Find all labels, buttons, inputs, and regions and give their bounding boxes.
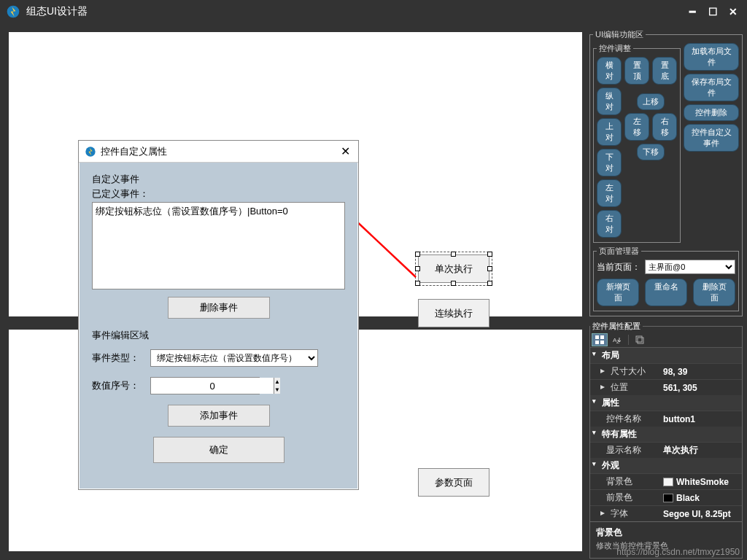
svg-point-2 [85, 147, 95, 156]
close-button[interactable]: ✕ [725, 5, 741, 18]
move-down-button[interactable]: 下移 [637, 144, 665, 160]
delete-event-button[interactable]: 删除事件 [168, 297, 270, 319]
dialog-title: 控件自定义属性 [101, 145, 338, 158]
svg-point-0 [7, 6, 20, 18]
tools-legend: UI编辑功能区 [593, 29, 646, 40]
fg-swatch [663, 494, 673, 502]
num-index-input[interactable] [151, 378, 274, 394]
prop-bg-val[interactable]: WhiteSmoke [660, 474, 742, 489]
design-canvas-column: 单次执行 连续执行 参数页面 控件自定义属性 ✕ 自定义事件 已定义事件 [0, 23, 587, 560]
move-right-button[interactable]: 右移 [652, 113, 677, 141]
prop-fg-key[interactable]: 前景色 [590, 490, 660, 505]
property-grid-list[interactable]: 布局 ▸尺寸大小98, 39 ▸位置561, 305 属性 控件名称button… [590, 348, 742, 521]
adjust-panel: 控件调整 横对 纵对 上对 下对 左对 右对 置顶 [593, 43, 681, 243]
bring-top-button[interactable]: 置顶 [624, 57, 649, 85]
prop-disp-val[interactable]: 单次执行 [660, 443, 742, 458]
prop-desc-title: 背景色 [596, 526, 736, 539]
custom-event-button[interactable]: 控件自定义事件 [684, 124, 739, 152]
svg-rect-4 [600, 335, 604, 339]
edit-area-label: 事件编辑区域 [92, 329, 345, 342]
spin-up[interactable]: ▲ [274, 378, 280, 386]
prop-pos-key[interactable]: ▸位置 [590, 380, 660, 395]
add-event-button[interactable]: 添加事件 [168, 405, 270, 427]
adjust-legend: 控件调整 [597, 43, 633, 54]
prop-cat-appear[interactable]: 外观 [590, 458, 742, 473]
pagemgr-legend: 页面管理器 [597, 246, 641, 257]
save-layout-button[interactable]: 保存布局文件 [684, 74, 739, 101]
event-type-label: 事件类型： [92, 351, 150, 365]
design-button-param-page[interactable]: 参数页面 [418, 468, 489, 497]
move-left-button[interactable]: 左移 [624, 113, 649, 141]
app-title: 组态UI设计器 [26, 5, 684, 18]
align-right-button[interactable]: 右对 [597, 210, 622, 238]
page-manager-panel: 页面管理器 当前页面： 主界面@0 新增页面 重命名 删除页面 [593, 246, 739, 311]
svg-rect-5 [595, 341, 599, 344]
svg-rect-6 [600, 341, 604, 344]
maximize-button[interactable]: ☐ [705, 5, 721, 18]
align-v-button[interactable]: 纵对 [597, 88, 622, 115]
ok-button[interactable]: 确定 [153, 437, 285, 463]
ui-edit-tools-panel: UI编辑功能区 控件调整 横对 纵对 上对 下对 左对 右对 [589, 29, 743, 316]
propgrid-alpha-button[interactable]: AZ [609, 333, 625, 346]
current-page-select[interactable]: 主界面@0 [645, 260, 735, 274]
num-index-spinner[interactable]: ▲▼ [150, 377, 260, 394]
prop-fg-val[interactable]: Black [660, 490, 742, 505]
propcfg-legend: 控件属性配置 [590, 321, 643, 332]
prop-cat-attr[interactable]: 属性 [590, 395, 742, 411]
prop-name-val[interactable]: button1 [660, 411, 742, 427]
prop-name-key[interactable]: 控件名称 [590, 411, 660, 427]
svg-rect-9 [636, 336, 642, 342]
prop-pos-val[interactable]: 561, 305 [660, 380, 742, 395]
prop-size-val[interactable]: 98, 39 [660, 364, 742, 379]
design-button-single[interactable]: 单次执行 [418, 254, 489, 283]
align-left-button[interactable]: 左对 [597, 179, 622, 207]
events-listbox[interactable]: 绑定按钮标志位（需设置数值序号）|Button=0 [92, 202, 345, 289]
num-index-label: 数值序号： [92, 379, 150, 392]
event-type-select[interactable]: 绑定按钮标志位（需设置数值序号） [150, 349, 318, 367]
prop-disp-key[interactable]: 显示名称 [590, 443, 660, 458]
custom-property-dialog: 控件自定义属性 ✕ 自定义事件 已定义事件： 绑定按钮标志位（需设置数值序号）|… [78, 140, 359, 490]
propgrid-categorized-button[interactable] [592, 333, 608, 346]
spin-down[interactable]: ▼ [274, 386, 280, 394]
move-up-button[interactable]: 上移 [637, 93, 665, 110]
delete-control-button[interactable]: 控件删除 [684, 104, 739, 121]
custom-event-label: 自定义事件 [92, 173, 345, 186]
dialog-icon [85, 146, 96, 158]
current-page-label: 当前页面： [597, 261, 640, 273]
property-description: 背景色 修改当前控件背景色 [590, 521, 742, 558]
prop-cat-special[interactable]: 特有属性 [590, 427, 742, 442]
prop-desc-text: 修改当前控件背景色 [596, 540, 736, 551]
add-page-button[interactable]: 新增页面 [597, 279, 639, 306]
minimize-button[interactable]: ━ [684, 5, 700, 18]
align-h-button[interactable]: 横对 [597, 57, 622, 85]
prop-font-key[interactable]: ▸字体 [590, 506, 660, 521]
dialog-close-button[interactable]: ✕ [338, 144, 352, 158]
svg-rect-3 [595, 335, 599, 339]
svg-rect-10 [638, 338, 643, 343]
titlebar: 组态UI设计器 ━ ☐ ✕ [0, 0, 747, 23]
load-layout-button[interactable]: 加载布局文件 [684, 43, 739, 71]
delete-page-button[interactable]: 删除页面 [693, 279, 735, 306]
bg-swatch [663, 478, 673, 486]
design-button-continuous[interactable]: 连续执行 [418, 299, 489, 327]
prop-size-key[interactable]: ▸尺寸大小 [590, 364, 660, 379]
propgrid-pages-button[interactable] [632, 333, 648, 346]
rename-page-button[interactable]: 重命名 [645, 279, 687, 306]
property-grid-panel: 控件属性配置 AZ 布局 ▸尺寸大小98, 39 ▸位置561, 305 属性 … [589, 321, 743, 559]
align-bottom-button[interactable]: 下对 [597, 149, 622, 176]
prop-cat-layout[interactable]: 布局 [590, 348, 742, 363]
app-logo-icon [6, 4, 20, 19]
dialog-titlebar[interactable]: 控件自定义属性 ✕ [79, 141, 358, 163]
send-bottom-button[interactable]: 置底 [652, 57, 677, 85]
prop-font-val[interactable]: Segoe UI, 8.25pt [660, 506, 742, 521]
prop-bg-key[interactable]: 背景色 [590, 474, 660, 489]
align-top-button[interactable]: 上对 [597, 118, 622, 146]
selected-control[interactable]: 单次执行 [418, 254, 489, 283]
defined-events-label: 已定义事件： [92, 187, 345, 201]
